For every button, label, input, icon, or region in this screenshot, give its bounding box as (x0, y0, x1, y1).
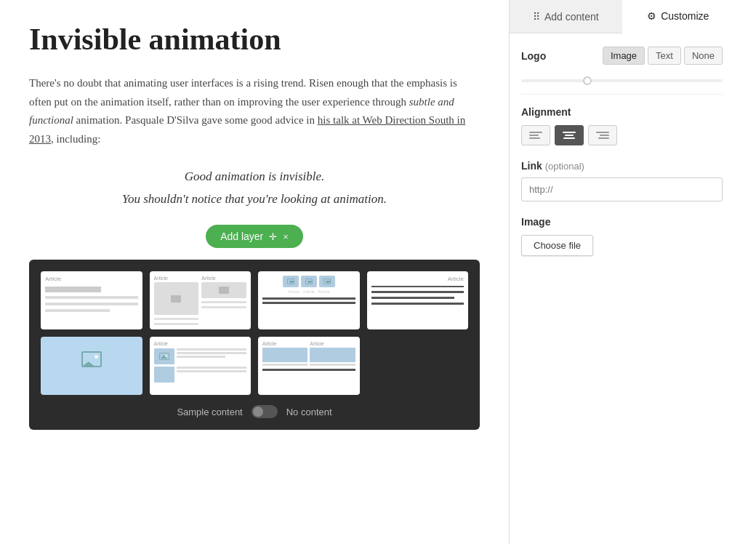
lt6-line5 (177, 370, 247, 372)
lt4-line3 (371, 303, 465, 305)
lt3-labels: Article Article Article (262, 289, 355, 294)
panel-tabs: ⠿ Add content ⚙ Customize (510, 0, 734, 33)
logo-slider-thumb[interactable] (583, 76, 592, 85)
logo-slider-track (521, 79, 723, 82)
lt6-line1 (177, 348, 247, 351)
image-section: Image Choose file (521, 216, 723, 256)
close-icon[interactable]: × (283, 231, 289, 242)
lt2-label1: Article (154, 276, 199, 281)
ac-line1 (563, 132, 576, 133)
lt7-row1: Article Article (262, 341, 355, 366)
quote-line2: You shouldn't notice that you're looking… (29, 188, 480, 211)
link-label-text: Link (521, 160, 542, 172)
add-layer-wrapper: Add layer ✛ × (29, 225, 480, 248)
lt6-label: Article (154, 341, 247, 346)
body-text-intro: There's no doubt that animating user int… (29, 77, 457, 108)
lt7-img1 (262, 348, 307, 362)
ar-line3 (598, 137, 609, 139)
layout-thumb-5[interactable] (41, 337, 142, 395)
logo-row: Logo Image Text None (521, 47, 723, 65)
choose-file-button[interactable]: Choose file (521, 235, 593, 256)
page-title: Invisible animation (29, 22, 480, 57)
layout-thumb-7[interactable]: Article Article (258, 337, 360, 395)
lt3-item1 (283, 276, 299, 287)
link-input[interactable] (521, 177, 723, 201)
logo-option-none[interactable]: None (684, 47, 723, 65)
alignment-label: Alignment (521, 106, 723, 118)
right-panel: ⠿ Add content ⚙ Customize Logo Image Tex… (509, 0, 734, 544)
tab-add-content[interactable]: ⠿ Add content (510, 0, 622, 33)
lt2-line2 (154, 323, 199, 325)
logo-option-image[interactable]: Image (603, 47, 645, 65)
ar-line1 (596, 132, 609, 133)
lt3-line2 (262, 302, 355, 304)
gear-icon: ⚙ (647, 10, 656, 22)
lt3-img3 (319, 276, 335, 287)
no-content-label: No content (286, 407, 332, 417)
toggle-switch[interactable] (252, 405, 278, 418)
lt7-lbl1: Article (262, 341, 307, 346)
align-right-btn[interactable] (588, 125, 617, 145)
align-center-icon (563, 132, 576, 139)
lt5-img (45, 341, 138, 377)
lt2-img1 (154, 282, 199, 315)
logo-option-text[interactable]: Text (648, 47, 681, 65)
link-optional-text: (optional) (545, 161, 584, 172)
logo-label: Logo (521, 50, 546, 62)
lt7-img2 (310, 348, 355, 362)
lt2-line3 (201, 301, 246, 303)
layout-grid: Article Article (41, 271, 468, 395)
quote-block: Good animation is invisible. You shouldn… (29, 166, 480, 210)
layout-thumb-2[interactable]: Article Article (150, 271, 252, 329)
lt3-line (262, 297, 355, 300)
quote-line1: Good animation is invisible. (29, 166, 480, 188)
lt6-row (154, 348, 247, 364)
ac-line3 (563, 137, 574, 139)
lt3-item3 (319, 276, 335, 287)
lt1-label: Article (45, 276, 138, 282)
tab-add-content-label: Add content (544, 11, 599, 23)
lt2-img2 (201, 282, 246, 298)
align-left-btn[interactable] (521, 125, 550, 145)
layout-thumb-4[interactable]: Article (367, 271, 469, 329)
lt6-line2 (177, 352, 247, 354)
al-line3 (529, 137, 540, 139)
layout-thumb-1[interactable]: Article (41, 271, 142, 329)
lt2-col1: Article (154, 276, 199, 325)
bottom-bar: Sample content No content (41, 405, 468, 418)
panel-body: Logo Image Text None Alignment (510, 33, 734, 544)
add-layer-button[interactable]: Add layer ✛ × (206, 225, 303, 248)
lt3-img1 (283, 276, 299, 287)
lt1-title (45, 287, 101, 292)
lt1-line1 (45, 296, 138, 299)
lt6-text2 (177, 367, 247, 372)
tab-customize-label: Customize (661, 10, 709, 22)
align-center-btn[interactable] (555, 125, 584, 145)
align-left-icon (529, 132, 542, 139)
lt7-line2 (310, 364, 355, 366)
link-label: Link (optional) (521, 160, 723, 172)
layout-thumb-6[interactable]: Article (150, 337, 252, 395)
add-layer-label: Add layer (220, 231, 263, 242)
lt6-line3 (177, 356, 226, 358)
lt2-line1 (154, 318, 199, 320)
lt6-img2 (154, 367, 174, 383)
layout-thumb-3[interactable]: Article Article Article (258, 271, 360, 329)
layout-thumb-8 (367, 337, 469, 395)
lt7-col2: Article (310, 341, 355, 366)
lt3-lbl3: Article (318, 289, 330, 294)
lt6-row2 (154, 367, 247, 383)
lt4-line2 (371, 297, 455, 299)
lt6-img (154, 348, 174, 364)
tab-customize[interactable]: ⚙ Customize (622, 0, 735, 33)
logo-radio-group: Image Text None (603, 47, 723, 65)
lt6-text (177, 348, 247, 358)
lt3-lbl1: Article (288, 289, 300, 294)
lt3-item2 (301, 276, 317, 287)
body-text-mid: animation. Pasquale D'Silva gave some go… (73, 114, 318, 126)
lt3-row1 (262, 276, 355, 287)
lt3-lbl2: Article (302, 289, 315, 294)
lt4-label: Article (371, 276, 465, 282)
ar-line2 (600, 135, 609, 136)
grid-icon: ⠿ (533, 11, 540, 23)
